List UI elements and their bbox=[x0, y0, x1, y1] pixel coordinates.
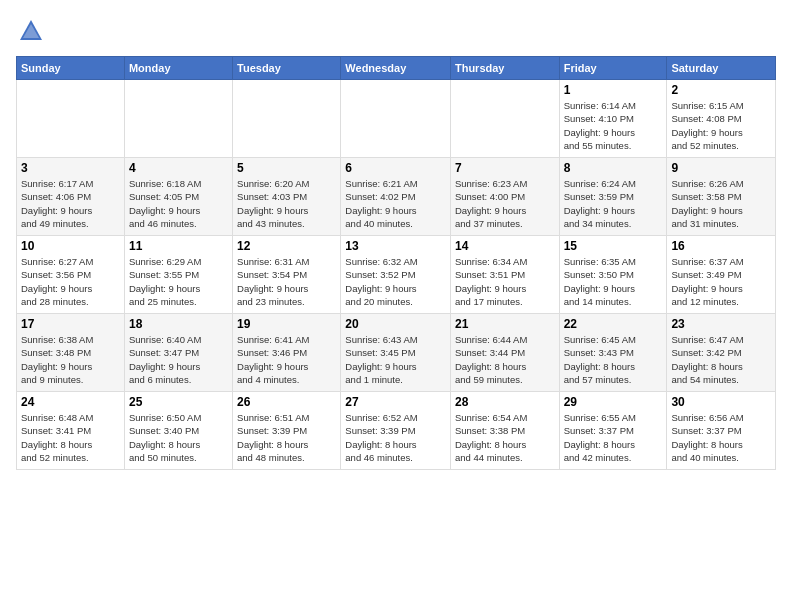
day-info: Sunrise: 6:47 AM Sunset: 3:42 PM Dayligh… bbox=[671, 333, 771, 386]
calendar-cell: 4Sunrise: 6:18 AM Sunset: 4:05 PM Daylig… bbox=[124, 158, 232, 236]
calendar-week-row: 3Sunrise: 6:17 AM Sunset: 4:06 PM Daylig… bbox=[17, 158, 776, 236]
day-number: 26 bbox=[237, 395, 336, 409]
calendar-body: 1Sunrise: 6:14 AM Sunset: 4:10 PM Daylig… bbox=[17, 80, 776, 470]
day-number: 23 bbox=[671, 317, 771, 331]
day-info: Sunrise: 6:32 AM Sunset: 3:52 PM Dayligh… bbox=[345, 255, 446, 308]
calendar-cell: 6Sunrise: 6:21 AM Sunset: 4:02 PM Daylig… bbox=[341, 158, 451, 236]
calendar-week-row: 1Sunrise: 6:14 AM Sunset: 4:10 PM Daylig… bbox=[17, 80, 776, 158]
day-info: Sunrise: 6:41 AM Sunset: 3:46 PM Dayligh… bbox=[237, 333, 336, 386]
day-info: Sunrise: 6:43 AM Sunset: 3:45 PM Dayligh… bbox=[345, 333, 446, 386]
header bbox=[16, 16, 776, 46]
day-info: Sunrise: 6:51 AM Sunset: 3:39 PM Dayligh… bbox=[237, 411, 336, 464]
calendar-day-header: Wednesday bbox=[341, 57, 451, 80]
calendar-table: SundayMondayTuesdayWednesdayThursdayFrid… bbox=[16, 56, 776, 470]
calendar-cell: 28Sunrise: 6:54 AM Sunset: 3:38 PM Dayli… bbox=[450, 392, 559, 470]
calendar-cell: 11Sunrise: 6:29 AM Sunset: 3:55 PM Dayli… bbox=[124, 236, 232, 314]
day-number: 21 bbox=[455, 317, 555, 331]
day-number: 24 bbox=[21, 395, 120, 409]
day-info: Sunrise: 6:31 AM Sunset: 3:54 PM Dayligh… bbox=[237, 255, 336, 308]
day-info: Sunrise: 6:29 AM Sunset: 3:55 PM Dayligh… bbox=[129, 255, 228, 308]
page: SundayMondayTuesdayWednesdayThursdayFrid… bbox=[0, 0, 792, 612]
day-number: 8 bbox=[564, 161, 663, 175]
calendar-day-header: Sunday bbox=[17, 57, 125, 80]
calendar-cell: 10Sunrise: 6:27 AM Sunset: 3:56 PM Dayli… bbox=[17, 236, 125, 314]
calendar-cell: 20Sunrise: 6:43 AM Sunset: 3:45 PM Dayli… bbox=[341, 314, 451, 392]
day-info: Sunrise: 6:44 AM Sunset: 3:44 PM Dayligh… bbox=[455, 333, 555, 386]
calendar-cell: 5Sunrise: 6:20 AM Sunset: 4:03 PM Daylig… bbox=[233, 158, 341, 236]
day-info: Sunrise: 6:27 AM Sunset: 3:56 PM Dayligh… bbox=[21, 255, 120, 308]
day-info: Sunrise: 6:15 AM Sunset: 4:08 PM Dayligh… bbox=[671, 99, 771, 152]
day-number: 12 bbox=[237, 239, 336, 253]
calendar-cell: 24Sunrise: 6:48 AM Sunset: 3:41 PM Dayli… bbox=[17, 392, 125, 470]
day-info: Sunrise: 6:54 AM Sunset: 3:38 PM Dayligh… bbox=[455, 411, 555, 464]
calendar-week-row: 24Sunrise: 6:48 AM Sunset: 3:41 PM Dayli… bbox=[17, 392, 776, 470]
day-info: Sunrise: 6:21 AM Sunset: 4:02 PM Dayligh… bbox=[345, 177, 446, 230]
logo bbox=[16, 16, 52, 46]
calendar-day-header: Tuesday bbox=[233, 57, 341, 80]
calendar-cell: 2Sunrise: 6:15 AM Sunset: 4:08 PM Daylig… bbox=[667, 80, 776, 158]
day-info: Sunrise: 6:56 AM Sunset: 3:37 PM Dayligh… bbox=[671, 411, 771, 464]
calendar-week-row: 17Sunrise: 6:38 AM Sunset: 3:48 PM Dayli… bbox=[17, 314, 776, 392]
calendar-header-row: SundayMondayTuesdayWednesdayThursdayFrid… bbox=[17, 57, 776, 80]
calendar-cell bbox=[124, 80, 232, 158]
day-info: Sunrise: 6:55 AM Sunset: 3:37 PM Dayligh… bbox=[564, 411, 663, 464]
calendar-cell: 23Sunrise: 6:47 AM Sunset: 3:42 PM Dayli… bbox=[667, 314, 776, 392]
calendar-cell: 14Sunrise: 6:34 AM Sunset: 3:51 PM Dayli… bbox=[450, 236, 559, 314]
day-info: Sunrise: 6:52 AM Sunset: 3:39 PM Dayligh… bbox=[345, 411, 446, 464]
day-number: 30 bbox=[671, 395, 771, 409]
day-number: 18 bbox=[129, 317, 228, 331]
day-info: Sunrise: 6:14 AM Sunset: 4:10 PM Dayligh… bbox=[564, 99, 663, 152]
day-number: 29 bbox=[564, 395, 663, 409]
calendar-cell bbox=[450, 80, 559, 158]
day-number: 28 bbox=[455, 395, 555, 409]
calendar-cell: 18Sunrise: 6:40 AM Sunset: 3:47 PM Dayli… bbox=[124, 314, 232, 392]
calendar-cell: 9Sunrise: 6:26 AM Sunset: 3:58 PM Daylig… bbox=[667, 158, 776, 236]
day-number: 4 bbox=[129, 161, 228, 175]
day-info: Sunrise: 6:23 AM Sunset: 4:00 PM Dayligh… bbox=[455, 177, 555, 230]
calendar-cell: 3Sunrise: 6:17 AM Sunset: 4:06 PM Daylig… bbox=[17, 158, 125, 236]
calendar-cell: 15Sunrise: 6:35 AM Sunset: 3:50 PM Dayli… bbox=[559, 236, 667, 314]
day-number: 17 bbox=[21, 317, 120, 331]
calendar-day-header: Monday bbox=[124, 57, 232, 80]
day-info: Sunrise: 6:40 AM Sunset: 3:47 PM Dayligh… bbox=[129, 333, 228, 386]
calendar-cell bbox=[233, 80, 341, 158]
calendar-day-header: Thursday bbox=[450, 57, 559, 80]
day-number: 5 bbox=[237, 161, 336, 175]
calendar-day-header: Saturday bbox=[667, 57, 776, 80]
day-number: 3 bbox=[21, 161, 120, 175]
day-number: 13 bbox=[345, 239, 446, 253]
calendar-cell: 30Sunrise: 6:56 AM Sunset: 3:37 PM Dayli… bbox=[667, 392, 776, 470]
calendar-cell: 21Sunrise: 6:44 AM Sunset: 3:44 PM Dayli… bbox=[450, 314, 559, 392]
calendar-cell bbox=[341, 80, 451, 158]
day-number: 10 bbox=[21, 239, 120, 253]
calendar-cell: 1Sunrise: 6:14 AM Sunset: 4:10 PM Daylig… bbox=[559, 80, 667, 158]
day-number: 16 bbox=[671, 239, 771, 253]
logo-icon bbox=[16, 16, 46, 46]
calendar-cell: 27Sunrise: 6:52 AM Sunset: 3:39 PM Dayli… bbox=[341, 392, 451, 470]
day-number: 2 bbox=[671, 83, 771, 97]
calendar-cell: 16Sunrise: 6:37 AM Sunset: 3:49 PM Dayli… bbox=[667, 236, 776, 314]
day-info: Sunrise: 6:20 AM Sunset: 4:03 PM Dayligh… bbox=[237, 177, 336, 230]
calendar-cell: 22Sunrise: 6:45 AM Sunset: 3:43 PM Dayli… bbox=[559, 314, 667, 392]
day-info: Sunrise: 6:45 AM Sunset: 3:43 PM Dayligh… bbox=[564, 333, 663, 386]
day-info: Sunrise: 6:24 AM Sunset: 3:59 PM Dayligh… bbox=[564, 177, 663, 230]
day-info: Sunrise: 6:18 AM Sunset: 4:05 PM Dayligh… bbox=[129, 177, 228, 230]
calendar-cell bbox=[17, 80, 125, 158]
day-number: 6 bbox=[345, 161, 446, 175]
day-info: Sunrise: 6:37 AM Sunset: 3:49 PM Dayligh… bbox=[671, 255, 771, 308]
day-info: Sunrise: 6:17 AM Sunset: 4:06 PM Dayligh… bbox=[21, 177, 120, 230]
calendar-cell: 17Sunrise: 6:38 AM Sunset: 3:48 PM Dayli… bbox=[17, 314, 125, 392]
calendar-cell: 25Sunrise: 6:50 AM Sunset: 3:40 PM Dayli… bbox=[124, 392, 232, 470]
calendar-cell: 8Sunrise: 6:24 AM Sunset: 3:59 PM Daylig… bbox=[559, 158, 667, 236]
day-info: Sunrise: 6:26 AM Sunset: 3:58 PM Dayligh… bbox=[671, 177, 771, 230]
day-number: 22 bbox=[564, 317, 663, 331]
day-info: Sunrise: 6:35 AM Sunset: 3:50 PM Dayligh… bbox=[564, 255, 663, 308]
day-number: 27 bbox=[345, 395, 446, 409]
calendar-cell: 12Sunrise: 6:31 AM Sunset: 3:54 PM Dayli… bbox=[233, 236, 341, 314]
calendar-cell: 7Sunrise: 6:23 AM Sunset: 4:00 PM Daylig… bbox=[450, 158, 559, 236]
calendar-cell: 29Sunrise: 6:55 AM Sunset: 3:37 PM Dayli… bbox=[559, 392, 667, 470]
day-number: 9 bbox=[671, 161, 771, 175]
day-number: 25 bbox=[129, 395, 228, 409]
day-info: Sunrise: 6:34 AM Sunset: 3:51 PM Dayligh… bbox=[455, 255, 555, 308]
day-info: Sunrise: 6:38 AM Sunset: 3:48 PM Dayligh… bbox=[21, 333, 120, 386]
